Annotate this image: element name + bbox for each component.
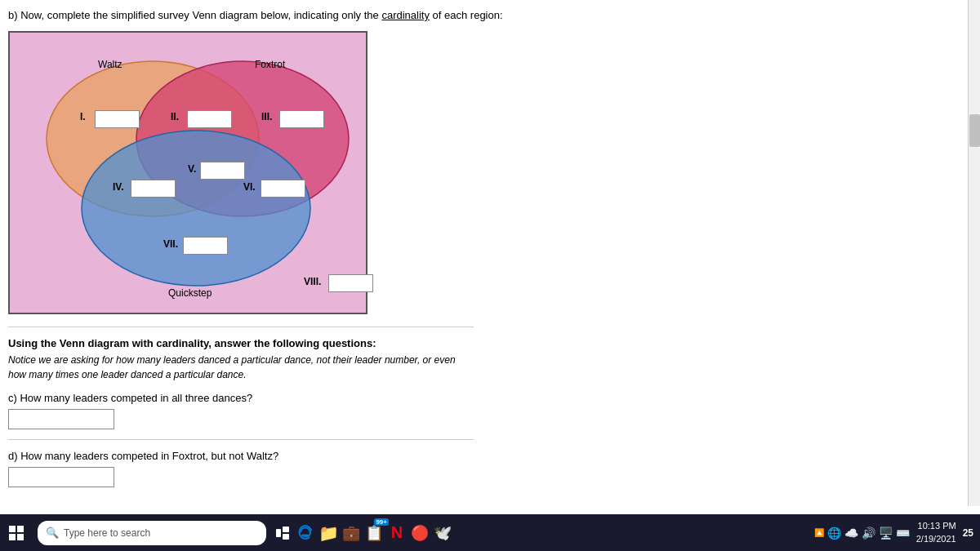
divider-1 bbox=[8, 327, 474, 327]
region-IV-label: IV. bbox=[113, 181, 124, 193]
svg-rect-7 bbox=[276, 529, 281, 537]
badge-icon[interactable]: 📋 99+ bbox=[363, 522, 385, 544]
region-VIII-label: VIII. bbox=[304, 276, 321, 287]
task-view-button[interactable] bbox=[271, 522, 294, 544]
time-date-block[interactable]: 10:13 PM 2/19/2021 bbox=[916, 520, 956, 545]
svg-rect-3 bbox=[9, 526, 16, 532]
region-I-label: I. bbox=[80, 111, 86, 122]
svg-point-10 bbox=[301, 534, 310, 536]
search-placeholder-text: Type here to search bbox=[64, 527, 150, 539]
region-VI-input[interactable] bbox=[261, 180, 305, 198]
region-VI-label: VI. bbox=[243, 181, 256, 193]
work-icon[interactable]: 💼 bbox=[340, 522, 363, 544]
region-VIII-input[interactable] bbox=[328, 274, 373, 292]
main-content: b) Now, complete the simplified survey V… bbox=[0, 0, 968, 506]
system-tray-icons: 🔼 🌐 ☁️ 🔊 🖥️ ⌨️ bbox=[814, 527, 910, 540]
svg-rect-5 bbox=[9, 534, 16, 540]
svg-rect-4 bbox=[17, 526, 24, 532]
badge-count: 99+ bbox=[374, 518, 389, 526]
scrollbar[interactable] bbox=[968, 0, 980, 506]
svg-rect-6 bbox=[17, 534, 24, 540]
notification-count[interactable]: 25 bbox=[963, 527, 973, 539]
onedrive-icon[interactable]: ☁️ bbox=[844, 527, 858, 540]
question-d-answer[interactable] bbox=[8, 467, 114, 487]
date-display: 2/19/2021 bbox=[916, 533, 956, 545]
start-button[interactable] bbox=[0, 514, 33, 551]
edge-icon[interactable] bbox=[294, 522, 317, 544]
svg-rect-8 bbox=[283, 527, 289, 532]
netflix-icon[interactable]: N bbox=[385, 522, 408, 544]
keyboard-icon[interactable]: ⌨️ bbox=[896, 527, 910, 540]
taskbar: 🔍 Type here to search 📁 💼 📋 bbox=[0, 514, 980, 551]
search-icon: 🔍 bbox=[46, 527, 59, 539]
divider-2 bbox=[8, 439, 474, 440]
region-V-label: V. bbox=[188, 163, 196, 175]
time-display: 10:13 PM bbox=[916, 520, 956, 532]
folder-icon[interactable]: 📁 bbox=[317, 522, 340, 544]
question-b-text: b) Now, complete the simplified survey V… bbox=[8, 8, 951, 23]
region-II-label: II. bbox=[171, 111, 179, 122]
region-III-input[interactable] bbox=[279, 110, 324, 128]
instructions-bold: Using the Venn diagram with cardinality,… bbox=[8, 337, 951, 349]
region-IV-input[interactable] bbox=[131, 180, 176, 198]
taskbar-search-bar[interactable]: 🔍 Type here to search bbox=[38, 521, 266, 545]
app-icon[interactable]: 🕊️ bbox=[431, 522, 454, 544]
region-VII-input[interactable] bbox=[183, 237, 228, 255]
tray-expand-icon[interactable]: 🔼 bbox=[814, 528, 824, 537]
taskbar-right: 🔼 🌐 ☁️ 🔊 🖥️ ⌨️ 10:13 PM 2/19/2021 25 bbox=[814, 520, 980, 545]
region-II-input[interactable] bbox=[187, 110, 232, 128]
svg-rect-9 bbox=[283, 534, 289, 540]
question-c-answer[interactable] bbox=[8, 409, 114, 429]
region-VII-label: VII. bbox=[163, 238, 178, 250]
chrome-icon[interactable]: 🔴 bbox=[408, 522, 431, 544]
region-III-label: III. bbox=[261, 111, 272, 122]
monitor-icon[interactable]: 🖥️ bbox=[879, 527, 893, 540]
venn-diagram: Waltz Foxtrot Quickstep I. II. III. IV. … bbox=[8, 31, 368, 314]
question-c-text: c) How many leaders competed in all thre… bbox=[8, 392, 951, 404]
region-I-input[interactable] bbox=[95, 110, 140, 128]
question-d-text: d) How many leaders competed in Foxtrot,… bbox=[8, 450, 951, 462]
region-V-input[interactable] bbox=[200, 162, 245, 180]
speaker-icon[interactable]: 🔊 bbox=[862, 527, 875, 540]
instructions-italic: Notice we are asking for how many leader… bbox=[8, 353, 474, 382]
network-icon[interactable]: 🌐 bbox=[827, 527, 841, 540]
